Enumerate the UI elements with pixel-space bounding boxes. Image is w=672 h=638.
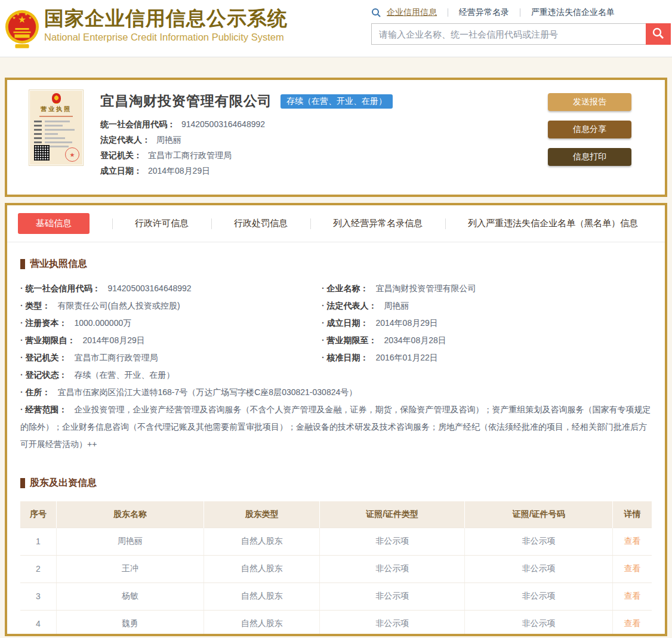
cell-shareholder-name: 周艳丽 <box>56 528 204 555</box>
tab[interactable]: 行政处罚信息 <box>234 213 288 234</box>
section-title: 营业执照信息 <box>30 258 87 270</box>
license-field: 法定代表人： 周艳丽 <box>322 297 652 315</box>
tab[interactable]: 列入经营异常名录信息 <box>333 213 423 234</box>
table-row: 2 王冲 自然人股东 非公示项 非公示项 查看 <box>20 555 652 582</box>
svg-text:★: ★ <box>12 16 16 20</box>
cell-cert-no: 非公示项 <box>465 528 613 555</box>
field-value: 周艳丽 <box>156 135 181 144</box>
search-button-icon <box>652 27 665 42</box>
section-marker <box>20 478 25 488</box>
view-detail-link[interactable]: 查看 <box>624 563 640 573</box>
shareholders-section: 股东及出资信息 序号 股东名称 股东类型 证照/证件类型 证照/证件号码 <box>7 477 665 636</box>
field-value: 2014年08月29日 <box>82 335 144 345</box>
field-label: 住所： <box>26 387 51 397</box>
table-header-row: 序号 股东名称 股东类型 证照/证件类型 证照/证件号码 详情 <box>20 501 652 528</box>
search-button[interactable] <box>646 23 671 45</box>
field-label: 法定代表人： <box>100 135 150 144</box>
license-field: 注册资本： 1000.000000万 <box>20 315 322 332</box>
site-title-block: 国家企业信用信息公示系统 National Enterprise Credit … <box>44 4 288 43</box>
national-emblem-logo: ★ ★ ★ ★ ★ <box>5 4 39 53</box>
cell-shareholder-type: 自然人股东 <box>204 555 320 582</box>
license-field: 住所： 宜昌市伍家岗区沿江大道特168-7号（万达广场写字楼C座8层030821… <box>20 384 652 401</box>
site-header: ★ ★ ★ ★ ★ 国家企业信用信息公示系统 National Enterpri… <box>0 0 672 57</box>
cell-cert-no: 非公示项 <box>465 610 613 636</box>
field-label: 核准日期： <box>327 353 369 362</box>
nav-link[interactable]: 严重违法失信企业名单 <box>531 7 615 18</box>
license-info-section: 营业执照信息 统一社会信用代码： 914205003164648992 类型： … <box>7 258 665 453</box>
site-subtitle: National Enterprise Credit Information P… <box>44 32 288 43</box>
shareholders-table: 序号 股东名称 股东类型 证照/证件类型 证照/证件号码 详情 <box>20 501 652 636</box>
cell-shareholder-name: 杨敏 <box>56 582 204 610</box>
table-column-header: 证照/证件类型 <box>319 501 464 528</box>
card-action-button[interactable]: 发送报告 <box>548 93 631 111</box>
field-label: 成立日期： <box>327 318 369 328</box>
svg-text:★: ★ <box>24 12 28 16</box>
detail-panel: 基础信息 行政许可信息 行政处罚信息 列入经营异常名录信息 列入严重违法失信企业… <box>5 203 667 636</box>
cell-shareholder-type: 自然人股东 <box>204 528 320 555</box>
company-card-field: 成立日期： 2014年08月29日 <box>100 163 393 178</box>
field-label: 登记机关： <box>100 150 142 160</box>
license-red-seal-icon: ★ <box>65 147 79 162</box>
cell-cert-type: 非公示项 <box>319 555 464 582</box>
field-label: 法定代表人： <box>327 301 377 310</box>
license-fields-full: 住所： 宜昌市伍家岗区沿江大道特168-7号（万达广场写字楼C座8层030821… <box>20 384 652 453</box>
company-name: 宜昌淘财投资管理有限公司 <box>100 92 272 110</box>
status-badge: 存续（在营、开业、在册） <box>280 94 393 109</box>
field-value: 2014年08月29日 <box>375 318 437 328</box>
license-field: 核准日期： 2016年01月22日 <box>322 349 652 366</box>
license-field: 登记状态： 存续（在营、开业、在册） <box>20 366 322 384</box>
field-value: 2014年08月29日 <box>148 166 210 175</box>
table-row: 1 周艳丽 自然人股东 非公示项 非公示项 查看 <box>20 528 652 555</box>
company-card-field: 统一社会信用代码： 914205003164648992 <box>100 116 393 132</box>
field-value: 宜昌市工商行政管理局 <box>148 150 232 160</box>
cell-shareholder-name: 王冲 <box>56 555 204 582</box>
search-input[interactable] <box>371 23 646 45</box>
search-icon <box>371 8 381 17</box>
nav-link[interactable]: 经营异常名录 <box>459 7 509 18</box>
svg-text:★: ★ <box>16 12 20 16</box>
cell-index: 1 <box>20 528 56 555</box>
license-emblem-icon <box>52 93 61 104</box>
field-value: 914205003164648992 <box>181 119 265 129</box>
table-column-header: 证照/证件号码 <box>465 501 613 528</box>
cell-shareholder-type: 自然人股东 <box>204 610 320 636</box>
license-field: 成立日期： 2014年08月29日 <box>322 315 652 332</box>
section-marker <box>20 259 25 269</box>
field-value: 周艳丽 <box>384 301 409 310</box>
license-field: 经营范围： 企业投资管理，企业资产经营管理及咨询服务（不含个人资产管理及金融，证… <box>20 401 652 453</box>
license-thumb-title: 营业执照 <box>34 105 78 113</box>
header-right: 企业信用信息 经营异常名录 严重违法失信企业名单 <box>371 7 671 45</box>
section-title: 股东及出资信息 <box>30 477 97 489</box>
svg-text:★: ★ <box>18 14 26 24</box>
table-column-header: 序号 <box>20 501 56 528</box>
card-action-button[interactable]: 信息分享 <box>548 121 631 138</box>
table-column-header: 股东类型 <box>204 501 320 528</box>
nav-link[interactable]: 企业信用信息 <box>387 7 437 18</box>
field-value: 存续（在营、开业、在册） <box>74 370 174 380</box>
field-label: 登记状态： <box>26 370 67 380</box>
tab[interactable]: 基础信息 <box>18 213 90 234</box>
license-field: 营业期限自： 2014年08月29日 <box>20 332 322 349</box>
tab[interactable]: 行政许可信息 <box>135 213 189 234</box>
license-field: 企业名称： 宜昌淘财投资管理有限公司 <box>322 280 652 297</box>
cell-cert-no: 非公示项 <box>465 582 613 610</box>
business-license-thumbnail[interactable]: 营业执照 ★ <box>29 90 84 166</box>
card-action-button[interactable]: 信息打印 <box>548 148 631 166</box>
top-nav: 企业信用信息 经营异常名录 严重违法失信企业名单 <box>371 7 671 18</box>
field-value: 宜昌市工商行政管理局 <box>74 353 158 362</box>
svg-text:★: ★ <box>29 16 32 20</box>
table-column-header: 股东名称 <box>56 501 204 528</box>
field-value: 2034年08月28日 <box>384 335 446 345</box>
site-title: 国家企业信用信息公示系统 <box>44 7 288 30</box>
table-column-header: 详情 <box>612 501 652 528</box>
tab[interactable]: 列入严重违法失信企业名单（黑名单）信息 <box>468 213 638 234</box>
cell-index: 4 <box>20 610 56 636</box>
cell-cert-type: 非公示项 <box>319 582 464 610</box>
view-detail-link[interactable]: 查看 <box>624 536 640 545</box>
cell-index: 3 <box>20 582 56 610</box>
view-detail-link[interactable]: 查看 <box>624 591 640 600</box>
field-value: 1000.000000万 <box>74 318 131 328</box>
view-detail-link[interactable]: 查看 <box>624 618 640 628</box>
field-label: 类型： <box>26 301 51 310</box>
company-card-field: 法定代表人： 周艳丽 <box>100 132 393 147</box>
